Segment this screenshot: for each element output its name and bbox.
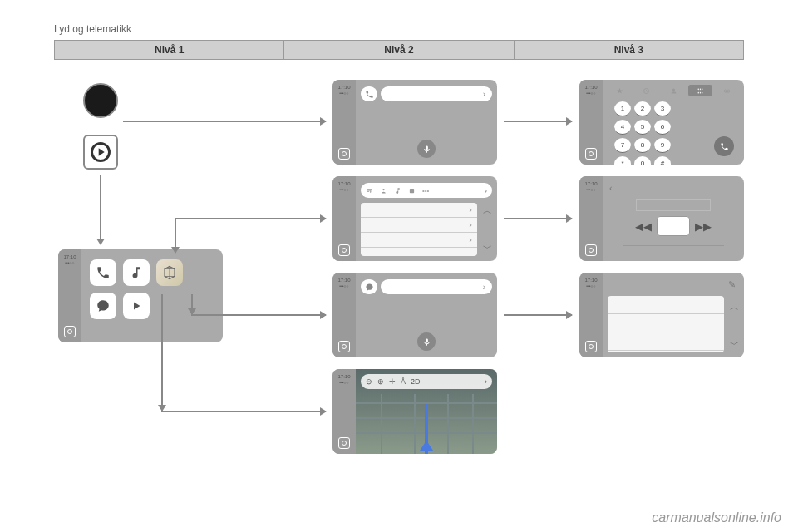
key-0[interactable]: 0 (634, 156, 651, 165)
flow-arrow (504, 121, 572, 122)
phone-title-bar[interactable]: › (381, 86, 492, 101)
svg-rect-4 (410, 188, 414, 192)
key-1[interactable]: 1 (614, 101, 631, 116)
album-art (657, 216, 690, 236)
call-button[interactable] (714, 136, 734, 156)
view-mode[interactable]: 2D (411, 377, 421, 386)
svg-point-8 (699, 88, 701, 90)
list-item[interactable] (608, 314, 724, 332)
key-7[interactable]: 7 (614, 138, 631, 153)
home-button[interactable] (585, 244, 597, 256)
music-list-screen: 17:10•••○○ ••• › ︿﹀ (332, 176, 497, 261)
list-item[interactable] (608, 296, 724, 314)
key-star[interactable]: * (614, 156, 631, 165)
compose-button[interactable]: ✎ (728, 279, 736, 290)
maps-app-tile[interactable] (156, 259, 183, 286)
list-item[interactable] (608, 332, 724, 351)
scroll-down[interactable]: ﹀ (480, 242, 494, 254)
now-playing-tile[interactable] (123, 293, 150, 319)
home-button[interactable] (585, 148, 597, 160)
music-app-tile[interactable] (123, 259, 150, 286)
key-6[interactable]: 6 (654, 120, 671, 135)
phone-screen: 17:10•••○○ › (332, 80, 497, 165)
scroll-up[interactable]: ︿ (480, 204, 494, 217)
list-item[interactable] (361, 233, 477, 248)
siri-button[interactable] (417, 332, 436, 351)
svg-point-12 (702, 90, 703, 91)
key-8[interactable]: 8 (634, 138, 651, 153)
map-toolbar[interactable]: ⊖ ⊕ ✛ Å 2D › (361, 374, 492, 389)
home-button[interactable] (338, 437, 350, 449)
voicemail-tab[interactable] (715, 85, 739, 96)
progress-line[interactable] (623, 245, 724, 246)
rewind-button[interactable]: ◀◀ (635, 220, 652, 233)
col-1-header: Nivå 1 (55, 41, 284, 59)
level-header-row: Nivå 1 Nivå 2 Nivå 3 (54, 40, 744, 60)
svg-point-11 (699, 90, 701, 91)
messages-app-tile[interactable] (90, 293, 116, 319)
contacts-tab[interactable] (661, 85, 685, 96)
flow-arrow (175, 218, 176, 253)
north-icon[interactable]: Å (401, 377, 406, 386)
flow-arrow (161, 411, 326, 412)
sidebar: 17:10•••○○ (58, 249, 81, 342)
home-button[interactable] (338, 341, 350, 352)
svg-point-13 (697, 92, 699, 94)
forward-button[interactable]: ▶▶ (695, 220, 712, 233)
phone-app-tile[interactable] (90, 259, 116, 286)
flow-arrow (504, 314, 572, 316)
svg-point-17 (727, 90, 730, 92)
center-icon[interactable]: ✛ (389, 377, 396, 386)
keypad-tab[interactable] (688, 85, 712, 96)
key-4[interactable]: 4 (614, 120, 631, 135)
home-button[interactable] (64, 326, 76, 337)
music-tabs[interactable]: ••• › (361, 183, 492, 198)
messages-tab-icon[interactable] (361, 279, 377, 294)
favorites-tab[interactable] (608, 85, 632, 96)
list-item[interactable] (361, 203, 477, 218)
svg-point-16 (724, 90, 727, 92)
svg-point-10 (697, 90, 699, 91)
main-home-screen: 17:10•••○○ (58, 249, 223, 342)
flow-arrow (191, 294, 193, 314)
home-button[interactable] (338, 244, 350, 256)
zoom-in-icon[interactable]: ⊕ (377, 377, 384, 386)
key-2[interactable]: 2 (634, 101, 651, 116)
key-3[interactable]: 3 (654, 101, 671, 116)
key-5[interactable]: 5 (634, 120, 651, 135)
home-button[interactable] (585, 341, 597, 352)
siri-button[interactable] (417, 140, 436, 158)
zoom-out-icon[interactable]: ⊖ (366, 377, 372, 386)
flow-arrow (175, 218, 326, 219)
svg-marker-2 (134, 303, 140, 310)
back-button[interactable]: ‹ (609, 183, 613, 193)
flow-arrow (504, 218, 572, 219)
flow-arrow (191, 314, 326, 316)
album-icon (408, 187, 416, 195)
scroll-down[interactable]: ﹀ (727, 338, 741, 351)
svg-point-14 (699, 92, 701, 94)
list-item[interactable] (361, 218, 477, 233)
track-info (636, 200, 711, 211)
brand-logo (83, 83, 118, 118)
scroll-up[interactable]: ︿ (727, 301, 741, 313)
key-hash[interactable]: # (654, 156, 671, 165)
flow-arrow (161, 294, 163, 411)
flow-arrow (100, 175, 101, 244)
carplay-icon (83, 135, 118, 170)
phone-tab-icon[interactable] (361, 86, 377, 101)
map-screen: 17:10•••○○ ⊖ ⊕ ✛ Å 2D › (332, 369, 497, 454)
music-player-screen: 17:10•••○○ ‹ ◀◀ ▶▶ (579, 176, 744, 261)
key-9[interactable]: 9 (654, 138, 671, 153)
svg-point-6 (672, 88, 675, 91)
playlist-icon (366, 187, 373, 195)
messages-title-bar[interactable]: › (381, 279, 492, 294)
col-2-header: Nivå 2 (284, 41, 514, 59)
artist-icon (380, 187, 387, 195)
recents-tab[interactable] (634, 85, 658, 96)
dialer-screen: 17:10•••○○ 1 2 3 4 5 6 7 8 9 * 0 # (579, 80, 744, 165)
svg-point-9 (702, 88, 703, 90)
page-title: Lyd og telematikk (54, 23, 131, 35)
message-list-screen: 17:10•••○○ ✎ ︿﹀ (579, 273, 744, 357)
home-button[interactable] (338, 148, 350, 160)
